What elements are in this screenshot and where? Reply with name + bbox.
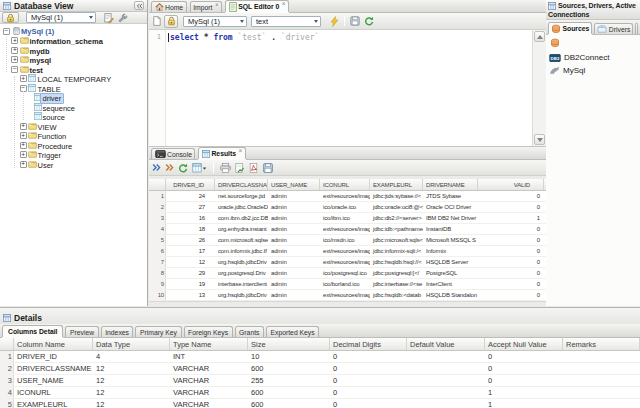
add-source-button[interactable]	[549, 37, 561, 49]
details-grid-row[interactable]: 1DRIVER_ID4INT1000	[0, 351, 640, 363]
save-results-button[interactable]	[263, 163, 273, 173]
results-grid-row[interactable]: 418org.enhydra.instantadminext/resources…	[149, 224, 546, 235]
collapse-panel-button[interactable]	[134, 1, 144, 10]
column-header-driverclassnam[interactable]: DRIVERCLASSNAM	[215, 179, 268, 190]
tree-node-mydb[interactable]: mydb	[0, 46, 147, 56]
results-tab-console[interactable]: Console	[151, 148, 195, 159]
tree-node-procedure[interactable]: Procedure	[0, 141, 147, 151]
sources-tab-drivers[interactable]: Drivers	[594, 23, 633, 34]
table-options-button[interactable]	[192, 163, 207, 173]
first-rows-button[interactable]	[152, 163, 161, 172]
lock-editor-button[interactable]	[164, 15, 178, 28]
collapse-toggle-icon[interactable]	[11, 66, 18, 73]
refresh-results-button[interactable]	[178, 163, 188, 173]
column-header-valid[interactable]: VALID	[478, 179, 544, 190]
execute-button[interactable]	[328, 15, 340, 28]
expand-toggle-icon[interactable]	[11, 47, 18, 54]
results-grid-row[interactable]: 227oracle.jdbc.OracleDadminico/oracle.ic…	[149, 202, 546, 213]
results-grid-row[interactable]: 124net.sourceforge.jtdadminext/resources…	[149, 191, 546, 202]
results-grid-row[interactable]: 617com.informix.jdbc.Ifadminext/resource…	[149, 246, 546, 257]
details-tab-columns-detail[interactable]: Columns Detail	[2, 325, 63, 337]
tree-node-view[interactable]: VIEW	[0, 122, 147, 132]
next-rows-button[interactable]	[165, 163, 174, 172]
editor-mode-select[interactable]: text	[251, 16, 321, 27]
refresh-query-button[interactable]	[363, 15, 375, 27]
connection-select[interactable]: MySql (1)	[26, 12, 96, 23]
lock-connection-button[interactable]	[2, 12, 19, 23]
column-header-column-name[interactable]: Column Name	[14, 338, 93, 350]
column-header-default-value[interactable]: Default Value	[407, 338, 485, 350]
expand-toggle-icon[interactable]	[11, 56, 18, 63]
details-grid-row[interactable]: 2DRIVERCLASSNAME12VARCHAR60000	[0, 363, 640, 375]
editor-tab-home[interactable]: Home	[151, 1, 187, 12]
tree-node-mysql-1-[interactable]: MySql (1)	[0, 24, 147, 36]
expand-toggle-icon[interactable]	[20, 161, 27, 168]
details-tab-grants[interactable]: Grants	[235, 326, 264, 337]
editor-scrollbar[interactable]	[532, 30, 546, 146]
export-excel-button[interactable]	[235, 163, 245, 173]
collapse-toggle-icon[interactable]	[3, 28, 10, 35]
column-header-rownum[interactable]	[149, 179, 166, 190]
editor-tab-sql-editor-0[interactable]: SQL Editor 0×	[225, 0, 289, 12]
expand-toggle-icon[interactable]	[20, 132, 27, 139]
tree-node-mysql[interactable]: mysql	[0, 55, 147, 65]
details-grid-row[interactable]: 3USER_NAME12VARCHAR25500	[0, 375, 640, 387]
column-header-data-type[interactable]: Data Type	[93, 338, 170, 350]
print-button[interactable]	[220, 163, 231, 173]
tools-button[interactable]	[117, 12, 129, 23]
save-query-button[interactable]	[349, 15, 361, 27]
column-header-decimal-digits[interactable]: Decimal Digits	[330, 338, 407, 350]
results-grid-row[interactable]: 829org.postgresql.Drivadminico/postgresq…	[149, 268, 546, 279]
results-grid-row[interactable]: 712org.hsqldb.jdbcDrivadminext/resources…	[149, 257, 546, 268]
tree-node-function[interactable]: Function	[0, 131, 147, 141]
cell: 255	[248, 375, 330, 386]
export-pdf-button[interactable]	[249, 163, 259, 173]
close-icon[interactable]: ×	[215, 3, 219, 7]
editor-connection-select[interactable]: MySql (1)	[183, 16, 247, 27]
scroll-up-button[interactable]	[534, 31, 545, 42]
column-header-rownum[interactable]	[0, 338, 14, 350]
expand-toggle-icon[interactable]	[20, 75, 27, 82]
edit-connection-button[interactable]	[103, 12, 115, 23]
expand-toggle-icon[interactable]	[20, 123, 27, 130]
tree-node-information-schema[interactable]: information_schema	[0, 36, 147, 46]
expand-toggle-icon[interactable]	[20, 142, 27, 149]
sources-tab-stub[interactable]	[635, 23, 638, 34]
column-header-exampleurl[interactable]: EXAMPLEURL	[370, 179, 423, 190]
source-item-mysql[interactable]: MySql	[546, 64, 640, 77]
expand-toggle-icon[interactable]	[20, 151, 27, 158]
column-header-accept-null-value[interactable]: Accept Null Value	[485, 338, 563, 350]
results-grid-row[interactable]: 1013org.hsqldb.jdbcDrivadminext/resource…	[149, 290, 546, 301]
column-header-size[interactable]: Size	[248, 338, 330, 350]
source-item-db2connect[interactable]: DB2DB2Connect	[546, 51, 640, 64]
tree-node-trigger[interactable]: Trigger	[0, 150, 147, 160]
details-tab-preview[interactable]: Preview	[65, 326, 98, 337]
new-file-button[interactable]	[151, 15, 162, 27]
tree-node-user[interactable]: User	[0, 160, 147, 170]
close-icon[interactable]: ×	[282, 2, 286, 6]
tree-node-local-temporary[interactable]: LOCAL TEMPORARY	[0, 74, 147, 84]
column-header-drivername[interactable]: DRIVERNAME	[423, 179, 478, 190]
tree-node-test[interactable]: test	[0, 65, 147, 75]
editor-tab-import[interactable]: Import×	[190, 1, 223, 12]
results-grid-row[interactable]: 919interbase.interclientadminico/borland…	[149, 279, 546, 290]
details-grid-row[interactable]: 4ICONURL12VARCHAR60001	[0, 387, 640, 399]
results-grid-row[interactable]: 526com.microsoft.sqlseadminico/msdn.icoj…	[149, 235, 546, 246]
column-header-type-name[interactable]: Type Name	[170, 338, 248, 350]
column-header-user-name[interactable]: USER_NAME	[268, 179, 320, 190]
column-header-iconurl[interactable]: ICONURL	[320, 179, 370, 190]
expand-toggle-icon[interactable]	[11, 37, 18, 44]
scroll-down-button[interactable]	[534, 134, 545, 145]
details-tab-exported-keys[interactable]: Exported Keys	[266, 326, 319, 337]
column-header-driver-id[interactable]: DRIVER_ID	[166, 179, 215, 190]
column-header-remarks[interactable]: Remarks	[563, 338, 640, 350]
results-grid-row[interactable]: 316com.ibm.db2.jcc.DBadminico/ibm.icojdb…	[149, 213, 546, 224]
results-tab-results[interactable]: Results×	[198, 147, 245, 159]
details-tab-primary-key[interactable]: Primary Key	[135, 326, 181, 337]
details-grid-row[interactable]: 5EXAMPLEURL12VARCHAR60001	[0, 399, 640, 408]
close-icon[interactable]: ×	[239, 149, 243, 153]
sql-editor[interactable]: 1 select * from `test` . `driver`	[149, 30, 546, 147]
details-tab-foreign-keys[interactable]: Foreign Keys	[184, 326, 233, 337]
details-tab-indexes[interactable]: Indexes	[101, 326, 134, 337]
sources-tab-sources[interactable]: Sources	[548, 22, 592, 34]
